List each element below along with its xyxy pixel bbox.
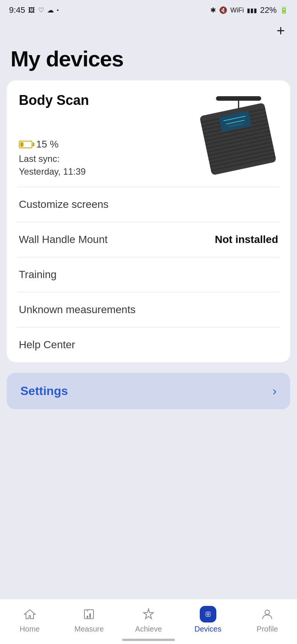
home-indicator — [122, 639, 175, 641]
add-device-button[interactable]: + — [275, 22, 286, 39]
battery-row: 15 % — [19, 138, 89, 150]
status-left: 9:45 🖼 ♡ ☁ • — [9, 5, 59, 15]
last-sync-value: Yesterday, 11:39 — [19, 166, 86, 177]
menu-item-training-label: Training — [19, 269, 57, 281]
menu-item-training[interactable]: Training — [7, 257, 290, 292]
nav-label-devices: Devices — [194, 625, 221, 633]
svg-rect-21 — [84, 610, 93, 619]
svg-rect-23 — [89, 613, 91, 618]
menu-item-customize-label: Customize screens — [19, 198, 109, 211]
battery-percent: 15 % — [36, 138, 58, 150]
time-display: 9:45 — [9, 5, 25, 15]
status-bar: 9:45 🖼 ♡ ☁ • ✱ 🔇 WiFi ▮▮▮ 22% 🔋 — [0, 0, 297, 18]
card-top: Body Scan 15 % Last sync: Yesterday, 11:… — [7, 80, 290, 187]
bottom-nav: Home Measure Achieve — [0, 599, 297, 644]
device-card: Body Scan 15 % Last sync: Yesterday, 11:… — [7, 80, 290, 362]
wifi-icon: WiFi — [230, 6, 244, 14]
last-sync-label: Last sync: — [19, 154, 60, 164]
nav-label-measure: Measure — [74, 625, 104, 633]
svg-point-27 — [208, 614, 208, 615]
device-image — [193, 96, 276, 175]
menu-item-unknown[interactable]: Unknown measurements — [7, 292, 290, 327]
battery-icon — [19, 141, 32, 148]
cloud-icon: ☁ — [47, 6, 54, 14]
status-right: ✱ 🔇 WiFi ▮▮▮ 22% 🔋 — [210, 5, 288, 15]
achieve-icon — [140, 606, 157, 622]
nav-label-home: Home — [20, 625, 40, 633]
nav-item-profile[interactable]: Profile — [237, 606, 297, 633]
add-button-row: + — [0, 18, 297, 39]
menu-item-wall[interactable]: Wall Handle Mount Not installed — [7, 222, 290, 257]
nav-label-achieve: Achieve — [135, 625, 162, 633]
photo-icon: 🖼 — [28, 6, 35, 14]
page-title: My devices — [0, 39, 297, 80]
nav-item-devices[interactable]: Devices — [178, 606, 238, 633]
settings-button[interactable]: Settings › — [7, 373, 290, 409]
signal-icon: ▮▮▮ — [247, 7, 257, 14]
svg-point-28 — [265, 610, 269, 615]
nav-item-home[interactable]: Home — [0, 606, 60, 633]
dot-icon: • — [57, 7, 59, 13]
bluetooth-icon: ✱ — [210, 6, 216, 14]
last-sync: Last sync: Yesterday, 11:39 — [19, 152, 89, 178]
settings-chevron-icon: › — [273, 384, 277, 398]
profile-icon — [259, 606, 276, 622]
mute-icon: 🔇 — [219, 6, 227, 14]
home-icon — [21, 606, 38, 622]
settings-label: Settings — [20, 384, 68, 398]
menu-item-help-label: Help Center — [19, 339, 75, 351]
menu-item-customize[interactable]: Customize screens — [7, 187, 290, 222]
nav-item-achieve[interactable]: Achieve — [119, 606, 178, 633]
menu-item-unknown-label: Unknown measurements — [19, 304, 136, 316]
measure-icon — [81, 606, 97, 622]
svg-rect-22 — [87, 616, 88, 618]
battery-display: 22% — [260, 5, 277, 15]
svg-rect-0 — [216, 96, 261, 101]
heart-icon: ♡ — [38, 6, 44, 14]
device-name: Body Scan — [19, 92, 89, 108]
devices-icon — [200, 606, 216, 622]
nav-item-measure[interactable]: Measure — [60, 606, 119, 633]
svg-rect-24 — [87, 610, 88, 611]
not-installed-badge: Not installed — [215, 234, 278, 246]
device-image-container — [191, 92, 278, 175]
menu-item-help[interactable]: Help Center — [7, 327, 290, 362]
menu-item-wall-label: Wall Handle Mount — [19, 234, 108, 246]
battery-fill — [20, 142, 23, 147]
card-top-left: Body Scan 15 % Last sync: Yesterday, 11:… — [19, 92, 89, 178]
battery-icon-status: 🔋 — [280, 6, 288, 14]
nav-label-profile: Profile — [257, 625, 278, 633]
